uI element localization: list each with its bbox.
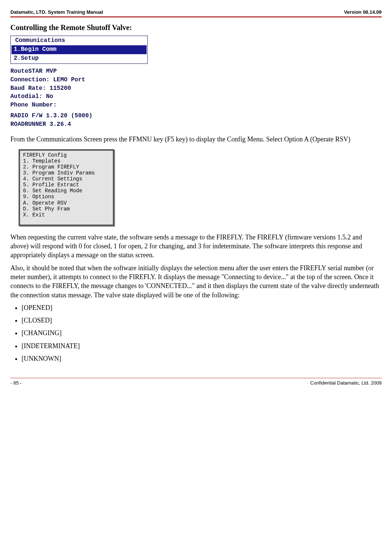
comm-phone-line: Phone Number:	[10, 101, 148, 109]
comm-item-begin: 1.Begin Comm	[12, 45, 147, 54]
footer-right: Confidential Datamatic, Ltd. 2009	[310, 380, 382, 386]
cfg-title: FIREFLY Config	[23, 152, 67, 158]
comm-item-setup: 2.Setup	[12, 54, 147, 63]
comm-product-line: RouteSTAR MVP	[10, 68, 148, 76]
cfg-l1: 1. Templates	[23, 158, 61, 164]
page-footer: - 85 - Confidential Datamatic, Ltd. 2009	[10, 380, 382, 386]
footer-left: - 85 -	[10, 380, 22, 386]
section-title: Controlling the Remote Shutoff Valve:	[10, 23, 382, 33]
cfg-lD: D. Set Phy Fram	[23, 206, 70, 212]
cfg-l9: 9. Options	[23, 194, 54, 200]
state-indeterminate: [INDETERMINATE]	[22, 341, 382, 350]
cfg-l5: 5. Profile Extract	[23, 182, 79, 188]
comm-radio-line: RADIO F/W 1.3.20 (5000)	[10, 112, 148, 120]
header-right: Version 08.14.09	[344, 9, 382, 16]
state-closed: [CLOSED]	[22, 316, 382, 325]
header-left: Datamatic, LTD. System Training Manual	[10, 9, 103, 16]
firefly-config-menu: FIREFLY Config 1. Templates 2. Program F…	[19, 149, 114, 226]
page-header: Datamatic, LTD. System Training Manual V…	[10, 9, 382, 16]
header-rule	[10, 16, 382, 17]
cfg-l6: 6. Set Reading Mode	[23, 188, 82, 194]
cfg-lX: X. Exit	[23, 212, 45, 218]
cfg-l4: 4. Current Settings	[23, 176, 82, 182]
communications-legend: Communications	[14, 37, 66, 45]
communications-group: Communications 1.Begin Comm 2.Setup	[10, 36, 148, 64]
cfg-lA: A. Operate RSV	[23, 200, 67, 206]
comm-autodial-line: Autodial: No	[10, 93, 148, 101]
valve-states-list: [OPENED] [CLOSED] [CHANGING] [INDETERMIN…	[10, 303, 382, 363]
communications-screenshot: Communications 1.Begin Comm 2.Setup Rout…	[10, 36, 148, 131]
para-after-comm: From the Communications Screen press the…	[10, 135, 382, 144]
comm-connection-line: Connection: LEMO Port	[10, 76, 148, 84]
cfg-l2: 2. Program FIREFLY	[23, 164, 79, 170]
para-request: When requesting the current valve state,…	[10, 233, 382, 260]
comm-roadrunner-line: ROADRUNNER 3.26.4	[10, 121, 148, 129]
para-note: Also, it should be noted that when the s…	[10, 264, 382, 300]
state-unknown: [UNKNOWN]	[22, 354, 382, 363]
cfg-l3: 3. Program Indiv Params	[23, 170, 95, 176]
comm-baud-line: Baud Rate: 115200	[10, 85, 148, 93]
footer-rule	[10, 378, 382, 378]
state-changing: [CHANGING]	[22, 328, 382, 337]
state-opened: [OPENED]	[22, 303, 382, 312]
firefly-config-inner: FIREFLY Config 1. Templates 2. Program F…	[20, 151, 113, 225]
